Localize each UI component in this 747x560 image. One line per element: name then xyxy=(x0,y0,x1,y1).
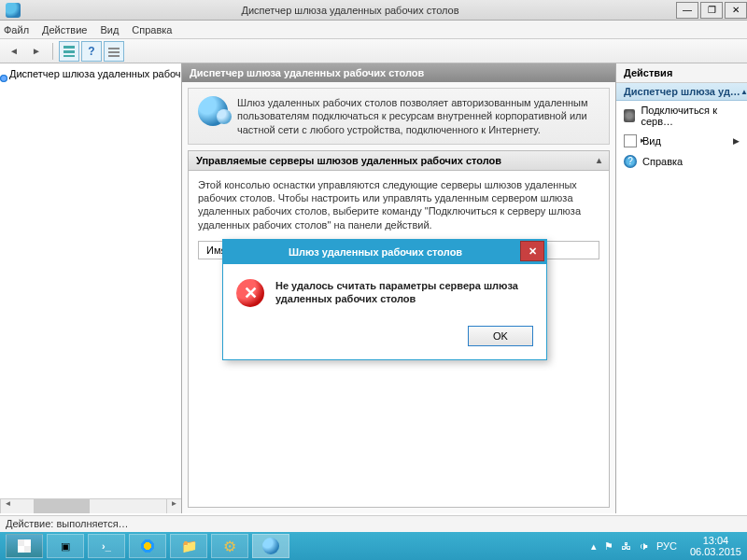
tray-time: 13:04 xyxy=(690,535,741,546)
taskbar-explorer[interactable] xyxy=(170,534,207,558)
nav-forward-button[interactable] xyxy=(26,41,47,62)
actions-group-header[interactable]: Диспетчер шлюза уд… ▲ xyxy=(616,83,747,101)
tray-language[interactable]: РУС xyxy=(656,540,677,552)
menubar: Файл Действие Вид Справка xyxy=(0,21,747,39)
dialog-ok-button[interactable]: OK xyxy=(468,326,533,346)
help-button[interactable] xyxy=(81,41,102,62)
dialog-close-button[interactable]: ✕ xyxy=(520,241,544,261)
center-header: Диспетчер шлюза удаленных рабочих столов xyxy=(182,63,615,82)
help-icon: ? xyxy=(624,155,637,168)
dialog-message: Не удалось считать параметры сервера шлю… xyxy=(275,279,533,307)
menu-help[interactable]: Справка xyxy=(132,24,172,35)
ie-icon xyxy=(139,538,156,554)
start-button[interactable] xyxy=(6,534,43,558)
managed-servers-desc: Этой консолью оснастки управляются следу… xyxy=(198,178,599,231)
scroll-left-button[interactable]: ◄ xyxy=(0,499,15,513)
taskbar-rdgateway[interactable] xyxy=(252,534,289,558)
tray-clock[interactable]: 13:04 06.03.2015 xyxy=(690,535,741,557)
description-box: Шлюз удаленных рабочих столов позволяет … xyxy=(188,88,610,145)
tray-action-center-icon[interactable] xyxy=(604,540,613,553)
close-button[interactable]: ✕ xyxy=(725,2,747,19)
menu-file[interactable]: Файл xyxy=(4,24,29,35)
error-dialog: Шлюз удаленных рабочих столов ✕ ✕ Не уда… xyxy=(222,239,547,360)
collapse-triangle-icon: ▲ xyxy=(740,88,747,96)
scroll-thumb[interactable] xyxy=(34,499,90,513)
window-title: Диспетчер шлюза удаленных рабочих столов xyxy=(26,5,674,16)
actions-group-label: Диспетчер шлюза уд… xyxy=(624,86,740,97)
taskbar-powershell[interactable] xyxy=(88,534,125,558)
tray-sound-icon[interactable] xyxy=(639,540,649,552)
scroll-right-button[interactable]: ► xyxy=(166,499,181,513)
tray-chevron-icon[interactable]: ▴ xyxy=(591,540,597,553)
view-panes-button[interactable] xyxy=(59,41,79,62)
collapse-icon[interactable]: ▴ xyxy=(597,155,601,165)
taskbar-ie[interactable] xyxy=(129,534,166,558)
tray-network-icon[interactable] xyxy=(621,540,631,552)
taskbar-server-manager[interactable]: ▣ xyxy=(47,534,84,558)
system-tray: ▴ РУС 13:04 06.03.2015 xyxy=(591,535,741,557)
maximize-button[interactable]: ❐ xyxy=(700,2,723,19)
tree-scrollbar[interactable]: ◄ ► xyxy=(0,498,181,513)
tree-panel: Диспетчер шлюза удаленных рабочих сто… ◄… xyxy=(0,63,182,513)
menu-action[interactable]: Действие xyxy=(42,24,87,35)
app-icon xyxy=(6,3,21,18)
taskbar: ▣ ▴ РУС 13:04 06.03.2015 xyxy=(0,532,747,560)
panes-icon xyxy=(63,46,75,57)
action-view[interactable]: Вид ▶ xyxy=(616,131,747,151)
tray-date: 06.03.2015 xyxy=(690,546,741,557)
description-text: Шлюз удаленных рабочих столов позволяет … xyxy=(237,96,599,136)
connect-icon xyxy=(624,109,635,122)
action-connect[interactable]: Подключиться к серв… xyxy=(616,101,747,131)
action-connect-label: Подключиться к серв… xyxy=(641,105,740,127)
action-help[interactable]: ? Справка xyxy=(616,151,747,172)
action-help-label: Справка xyxy=(642,156,683,167)
status-text: Действие: выполняется… xyxy=(6,518,129,529)
menu-view[interactable]: Вид xyxy=(100,24,119,35)
actions-title: Действия xyxy=(616,63,747,83)
tree-root-item[interactable]: Диспетчер шлюза удаленных рабочих сто… xyxy=(6,67,176,80)
statusbar: Действие: выполняется… xyxy=(0,515,747,532)
chevron-right-icon: ▶ xyxy=(733,136,740,146)
managed-servers-title: Управляемые серверы шлюзов удаленных раб… xyxy=(196,155,501,166)
window-titlebar: Диспетчер шлюза удаленных рабочих столов… xyxy=(0,0,747,21)
minimize-button[interactable]: — xyxy=(676,2,698,19)
toolbar-separator xyxy=(52,43,53,60)
managed-servers-header[interactable]: Управляемые серверы шлюзов удаленных раб… xyxy=(188,150,610,171)
taskbar-settings[interactable] xyxy=(211,534,248,558)
actions-panel: Действия Диспетчер шлюза уд… ▲ Подключит… xyxy=(616,63,747,513)
dialog-title: Шлюз удаленных рабочих столов xyxy=(231,246,520,258)
server-manager-icon: ▣ xyxy=(61,540,70,553)
dialog-titlebar[interactable]: Шлюз удаленных рабочих столов ✕ xyxy=(223,240,546,264)
error-icon: ✕ xyxy=(236,279,264,307)
rdgateway-icon xyxy=(262,538,279,554)
view-icon xyxy=(624,134,637,147)
view-list-button[interactable] xyxy=(104,41,124,62)
toolbar xyxy=(0,39,747,63)
nav-back-button[interactable] xyxy=(4,41,24,62)
gateway-large-icon xyxy=(198,96,228,126)
tree-root-label: Диспетчер шлюза удаленных рабочих сто… xyxy=(9,68,181,79)
list-icon xyxy=(108,46,120,57)
